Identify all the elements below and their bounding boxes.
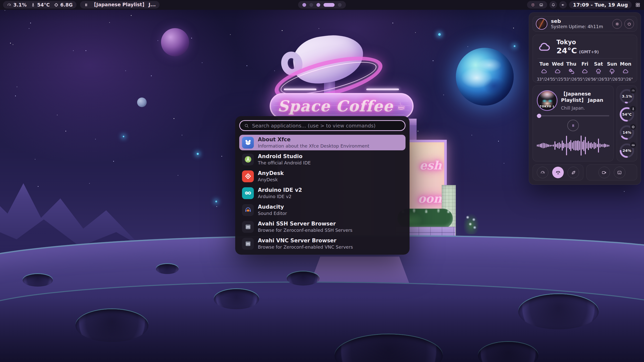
scales-icon	[555, 170, 561, 175]
capture-screenshot-button[interactable]	[614, 167, 625, 178]
chip-icon	[54, 3, 59, 7]
arduino-icon	[242, 187, 254, 199]
widgets-button[interactable]	[634, 1, 641, 9]
media-title: 【Japanese Playlist】 Japan All Night - To…	[561, 91, 609, 104]
power-button[interactable]	[624, 19, 634, 29]
search-bar[interactable]	[239, 120, 406, 131]
album-art-label: TOKYO L	[538, 105, 557, 108]
dashboard-panel: seb System Uptime: 4h11m Tokyo 24°C (GMT…	[529, 12, 641, 185]
media-pill[interactable]: 【Japanese Playlist】 J...	[80, 1, 159, 9]
media-progress-knob[interactable]	[537, 114, 541, 118]
cloud-icon	[541, 68, 548, 76]
stat-thermometer: 54°C	[31, 2, 50, 8]
workspace-dot-2[interactable]	[309, 3, 313, 7]
gear-icon	[615, 22, 620, 26]
pause-icon	[571, 123, 575, 128]
app-row-arduino-ide-v2[interactable]: Arduino IDE v2Arduino IDE v2	[239, 185, 406, 201]
android-studio-icon	[242, 154, 254, 165]
app-row-anydesk[interactable]: AnyDeskAnyDesk	[239, 168, 406, 184]
profile-scales-button[interactable]	[552, 167, 564, 178]
media-pill-label: 【Japanese Playlist】 J...	[92, 2, 156, 8]
search-input[interactable]	[252, 123, 401, 129]
weather-city: Tokyo	[556, 39, 599, 46]
workspace-dot-3[interactable]	[316, 3, 320, 7]
stat-value: 54°C	[37, 2, 50, 8]
system-gauges: 3.1%54°C14%24%	[617, 85, 637, 161]
app-row-android-studio[interactable]: Android StudioThe official Android IDE	[239, 152, 406, 167]
desktop: eshoonans Space Coffee ☕ 3.1%54°C6.8G	[0, 0, 644, 362]
capture-card	[586, 164, 637, 180]
cloud-icon	[554, 68, 561, 76]
app-row-audacity[interactable]: AudacitySound Editor	[239, 202, 406, 218]
forecast-fri: Fri35°/26°	[578, 61, 592, 82]
gauge-speedometer: 3.1%	[619, 88, 635, 104]
workspace-dot-1[interactable]	[302, 3, 306, 7]
media-progress-bar[interactable]	[537, 115, 609, 116]
thermometer-icon	[31, 3, 35, 7]
avahi-icon	[242, 221, 254, 233]
thermometer-icon	[630, 106, 636, 112]
sun-cloud-icon	[568, 68, 575, 76]
forecast-sun: Sun33°/26°	[605, 61, 619, 82]
storm-icon	[609, 68, 616, 76]
avatar	[536, 18, 547, 30]
widgets-icon	[635, 2, 640, 8]
stat-value: 6.8G	[60, 2, 73, 8]
user-name: seb	[551, 18, 603, 24]
clock[interactable]: 17:09 - Tue, 19 Aug	[569, 1, 632, 9]
app-row-about-xfce[interactable]: About XfceInformation about the Xfce Des…	[239, 135, 406, 150]
weather-temp: 24°C	[556, 46, 577, 55]
stat-chip: 6.8G	[54, 2, 73, 8]
pause-icon	[84, 3, 89, 7]
volume-button[interactable]	[559, 1, 567, 9]
power-icon	[627, 22, 632, 26]
play-pause-button[interactable]	[567, 120, 579, 131]
album-art: TOKYO L	[537, 90, 557, 111]
media-player-card: TOKYO L 【Japanese Playlist】 Japan All Ni…	[533, 85, 614, 161]
speaker-icon	[561, 3, 565, 7]
app-launcher: About XfceInformation about the Xfce Des…	[235, 116, 410, 255]
cloud-icon	[622, 68, 629, 76]
bell-icon	[551, 3, 555, 7]
xfce-icon	[242, 137, 254, 149]
cloud-icon	[581, 68, 588, 76]
workspace-dot-4[interactable]	[324, 3, 335, 7]
capture-video-button[interactable]	[598, 167, 610, 178]
workspace-dot-5[interactable]	[338, 3, 342, 7]
app-row-avahi-vnc-server-browser[interactable]: Avahi VNC Server BrowserBrowse for Zeroc…	[239, 236, 406, 251]
weather-card: Tokyo 24°C (GMT+9) Tue33°/24°Wed35°/25°T…	[533, 35, 637, 82]
screenshot-icon	[617, 170, 622, 175]
pet-icon[interactable]	[531, 3, 535, 7]
divider	[537, 58, 632, 59]
anydesk-icon	[242, 170, 254, 182]
top-bar: 3.1%54°C6.8G 【Japanese Playlist】 J... 17…	[0, 0, 644, 10]
settings-button[interactable]	[612, 19, 622, 29]
gauge-drive: 24%	[619, 143, 635, 158]
stat-value: 3.1%	[13, 2, 27, 8]
weather-timezone: (GMT+9)	[579, 50, 599, 54]
forecast-row: Tue33°/24°Wed35°/25°Thu33°/26°Fri35°/26°…	[537, 61, 632, 82]
clock-label: 17:09 - Tue, 19 Aug	[573, 2, 628, 8]
power-profile-card	[533, 164, 583, 180]
forecast-mon: Mon33°/26°	[619, 61, 632, 82]
audio-visualizer	[537, 134, 609, 157]
workspace-indicator[interactable]	[298, 1, 346, 9]
forecast-sat: Sat36°/26°	[592, 61, 605, 82]
wallpaper-icon[interactable]	[539, 3, 543, 7]
profile-leaf-button[interactable]	[568, 167, 579, 178]
drive-icon	[630, 142, 636, 148]
app-row-avahi-ssh-server-browser[interactable]: Avahi SSH Server BrowserBrowse for Zeroc…	[239, 219, 406, 235]
profile-speedometer-button[interactable]	[537, 167, 548, 178]
notifications-button[interactable]	[549, 1, 557, 9]
search-icon	[244, 123, 249, 128]
system-uptime: System Uptime: 4h11m	[551, 24, 603, 29]
avahi-icon	[242, 238, 254, 250]
audacity-icon	[242, 204, 254, 216]
media-subtitle: Chill Japan.	[561, 106, 609, 111]
tray-pill[interactable]	[527, 1, 547, 9]
stat-speedometer: 3.1%	[7, 2, 27, 8]
speedometer-icon	[540, 170, 545, 175]
system-stats-pill[interactable]: 3.1%54°C6.8G	[3, 1, 76, 9]
forecast-thu: Thu33°/26°	[565, 61, 578, 82]
speedometer-icon	[630, 88, 636, 94]
